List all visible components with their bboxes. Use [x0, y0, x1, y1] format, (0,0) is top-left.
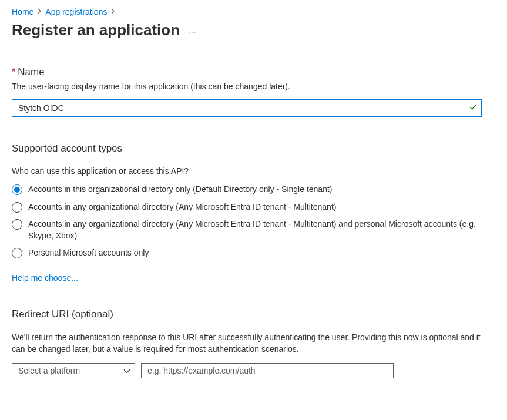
- redirect-description: We'll return the authentication response…: [12, 332, 493, 355]
- account-type-option-single-tenant[interactable]: Accounts in this organizational director…: [12, 184, 482, 196]
- radio-label: Accounts in any organizational directory…: [28, 201, 336, 213]
- account-types-heading: Supported account types: [12, 143, 495, 154]
- help-me-choose-link[interactable]: Help me choose...: [12, 273, 78, 283]
- radio-icon: [12, 219, 22, 230]
- breadcrumb-home[interactable]: Home: [12, 7, 33, 16]
- chevron-right-icon: [37, 8, 42, 16]
- radio-icon: [12, 202, 22, 213]
- account-types-question: Who can use this application or access t…: [12, 166, 495, 176]
- radio-label: Personal Microsoft accounts only: [28, 247, 149, 259]
- page-title: Register an application: [12, 21, 180, 39]
- account-types-section: Supported account types Who can use this…: [12, 143, 495, 283]
- platform-select[interactable]: [12, 363, 135, 378]
- account-type-option-multitenant[interactable]: Accounts in any organizational directory…: [12, 201, 482, 213]
- name-input[interactable]: [12, 99, 482, 117]
- radio-icon: [12, 248, 22, 258]
- account-types-radio-group: Accounts in this organizational director…: [12, 184, 482, 259]
- name-label: Name: [18, 66, 44, 78]
- chevron-right-icon: [110, 8, 115, 16]
- redirect-uri-input[interactable]: [141, 363, 394, 378]
- name-section: * Name The user-facing display name for …: [12, 66, 495, 117]
- name-hint: The user-facing display name for this ap…: [12, 82, 495, 91]
- radio-label: Accounts in any organizational directory…: [28, 219, 482, 241]
- redirect-heading: Redirect URI (optional): [12, 308, 495, 320]
- required-indicator: *: [12, 67, 15, 78]
- page-header: Register an application ···: [12, 21, 495, 39]
- account-type-option-multitenant-personal[interactable]: Accounts in any organizational directory…: [12, 219, 482, 241]
- more-actions-button[interactable]: ···: [188, 24, 197, 37]
- account-type-option-personal-only[interactable]: Personal Microsoft accounts only: [12, 247, 482, 259]
- radio-label: Accounts in this organizational director…: [28, 184, 332, 196]
- redirect-uri-section: Redirect URI (optional) We'll return the…: [12, 308, 495, 378]
- breadcrumb: Home App registrations: [12, 7, 495, 16]
- radio-icon: [12, 184, 22, 195]
- breadcrumb-app-registrations[interactable]: App registrations: [45, 7, 107, 16]
